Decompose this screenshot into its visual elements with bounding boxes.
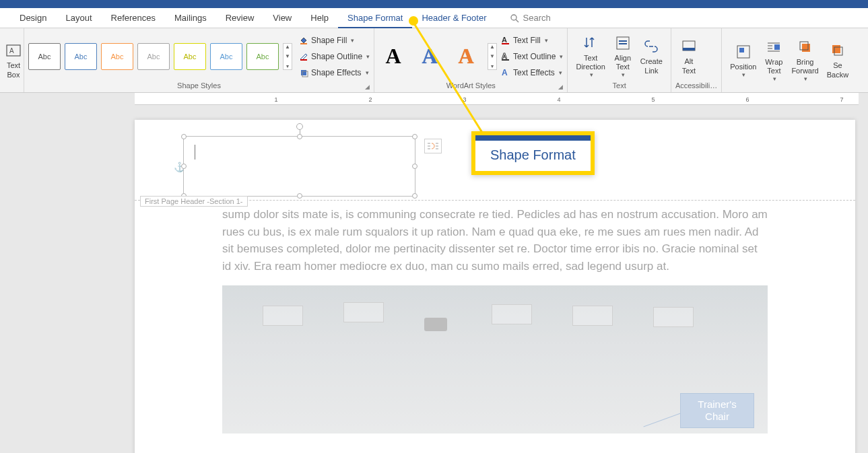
chevron-down-icon: ▾: [366, 53, 370, 60]
wordart-style-3[interactable]: A: [451, 44, 481, 69]
shape-effects-button[interactable]: Shape Effects▾: [299, 65, 370, 80]
shape-style-1[interactable]: Abc: [28, 43, 61, 70]
svg-rect-9: [502, 43, 509, 44]
svg-rect-17: [683, 48, 695, 50]
tab-layout[interactable]: Layout: [56, 8, 101, 28]
shape-style-5[interactable]: Abc: [174, 43, 206, 70]
svg-rect-23: [832, 45, 840, 53]
chevron-down-icon: ▾: [545, 37, 548, 44]
text-cursor: [195, 145, 195, 160]
projector-icon: [424, 318, 447, 331]
group-arrange: Position▾ Wrap Text▾ Bring Forward▾ Se B…: [722, 28, 857, 92]
create-link-label: Create Link: [640, 57, 663, 75]
wordart-styles-label: WordArt Styles: [378, 81, 563, 91]
ruler-num: 7: [840, 96, 843, 103]
chevron-down-icon: ▾: [590, 71, 593, 79]
header-tag: First Page Header -Section 1-: [140, 196, 248, 207]
document-body-text[interactable]: sump dolor sits mate is, is communing co…: [135, 201, 855, 285]
shape-style-4[interactable]: Abc: [137, 43, 170, 70]
chevron-down-icon: ▾: [804, 75, 807, 83]
ribbon-tabs: Design Layout References Mailings Review…: [0, 8, 868, 28]
position-button[interactable]: Position▾: [726, 36, 760, 85]
chevron-down-icon: ▾: [560, 53, 563, 60]
wordart-style-1[interactable]: A: [378, 44, 408, 69]
position-label: Position: [730, 63, 756, 71]
tab-view[interactable]: View: [263, 8, 301, 28]
text-outline-button[interactable]: A Text Outline▾: [501, 49, 563, 64]
resize-handle[interactable]: [412, 193, 418, 199]
shape-outline-button[interactable]: Shape Outline▾: [299, 49, 370, 64]
dialog-launcher-icon[interactable]: ◢: [365, 83, 372, 90]
text-direction-icon: [581, 34, 600, 53]
shape-style-6[interactable]: Abc: [210, 43, 242, 70]
send-backward-button[interactable]: Se Backw: [823, 36, 853, 85]
pencil-icon: [299, 52, 308, 61]
dialog-launcher-icon[interactable]: ◢: [558, 83, 565, 90]
rotate-handle[interactable]: [296, 123, 303, 130]
chevron-down-icon: ▾: [351, 37, 354, 44]
svg-rect-19: [739, 48, 744, 53]
shape-style-gallery[interactable]: Abc Abc Abc Abc Abc Abc Abc ▲▼▾: [28, 43, 292, 70]
resize-handle[interactable]: [297, 134, 302, 139]
tab-review[interactable]: Review: [216, 8, 264, 28]
text-fill-button[interactable]: A Text Fill▾: [501, 33, 563, 48]
svg-text:A: A: [502, 36, 507, 44]
text-direction-button[interactable]: Text Direction▾: [572, 32, 609, 81]
align-text-label: Align Text: [615, 54, 631, 71]
tab-mailings[interactable]: Mailings: [165, 8, 216, 28]
text-direction-label: Text Direction: [576, 54, 605, 71]
wordart-gallery[interactable]: A A A ▲▼▾: [378, 43, 497, 70]
wrap-text-icon: [764, 38, 783, 57]
svg-rect-11: [502, 59, 509, 61]
annotation-label: Shape Format: [475, 135, 591, 171]
gallery-scroll[interactable]: ▲▼▾: [488, 43, 497, 70]
shape-style-7[interactable]: Abc: [246, 43, 279, 70]
tab-references[interactable]: References: [102, 8, 165, 28]
svg-rect-20: [774, 44, 780, 50]
align-text-button[interactable]: Align Text▾: [609, 32, 636, 81]
text-outline-icon: A: [501, 52, 510, 61]
ruler-num: 6: [745, 96, 749, 103]
ribbon: A Text Box Abc Abc Abc Abc Abc Abc Abc ▲…: [0, 28, 868, 93]
text-box-button[interactable]: A Text Box: [4, 36, 23, 85]
group-label-insert: [4, 90, 20, 91]
gallery-scroll[interactable]: ▲▼▾: [283, 43, 292, 70]
chevron-down-icon: ▾: [622, 71, 625, 79]
text-effects-button[interactable]: A Text Effects▾: [501, 65, 563, 80]
position-icon: [734, 42, 753, 61]
group-wordart-styles: A A A ▲▼▾ A Text Fill▾ A Text Outline▾ A…: [374, 28, 568, 92]
bring-forward-button[interactable]: Bring Forward▾: [787, 36, 822, 85]
resize-handle[interactable]: [412, 164, 418, 169]
alt-text-button[interactable]: Alt Text: [675, 32, 702, 81]
svg-point-0: [511, 15, 516, 20]
vertical-scrollbar[interactable]: [859, 93, 868, 453]
tab-help[interactable]: Help: [301, 8, 338, 28]
create-link-button[interactable]: Create Link: [636, 32, 667, 81]
text-fill-icon: A: [501, 36, 510, 45]
resize-handle[interactable]: [412, 134, 418, 139]
tab-shape-format[interactable]: Shape Format: [338, 8, 412, 28]
search-box[interactable]: Search: [510, 13, 551, 23]
link-icon: [642, 37, 661, 56]
tab-design[interactable]: Design: [10, 8, 56, 28]
horizontal-ruler[interactable]: 1 2 3 4 5 6 7: [135, 93, 861, 105]
svg-rect-4: [300, 43, 307, 44]
shape-style-3[interactable]: Abc: [101, 43, 133, 70]
group-text: Text Direction▾ Align Text▾ Create Link …: [568, 28, 671, 92]
send-backward-label: Se Backw: [827, 61, 848, 79]
tab-header-footer[interactable]: Header & Footer: [412, 8, 496, 28]
wrap-text-button[interactable]: Wrap Text▾: [760, 36, 787, 85]
effects-icon: [299, 68, 308, 77]
ruler-num: 2: [368, 96, 372, 103]
shape-fill-button[interactable]: Shape Fill▾: [299, 33, 370, 48]
shape-style-2[interactable]: Abc: [65, 43, 97, 70]
shape-outline-label: Shape Outline: [311, 52, 362, 61]
text-box-shape[interactable]: [183, 136, 415, 197]
layout-options-button[interactable]: [424, 139, 442, 153]
resize-handle[interactable]: [181, 134, 187, 139]
send-backward-icon: [828, 41, 847, 60]
resize-handle[interactable]: [181, 164, 187, 169]
svg-text:A: A: [502, 68, 508, 77]
document-image[interactable]: Trainer's Chair: [222, 285, 768, 433]
resize-handle[interactable]: [297, 193, 302, 199]
